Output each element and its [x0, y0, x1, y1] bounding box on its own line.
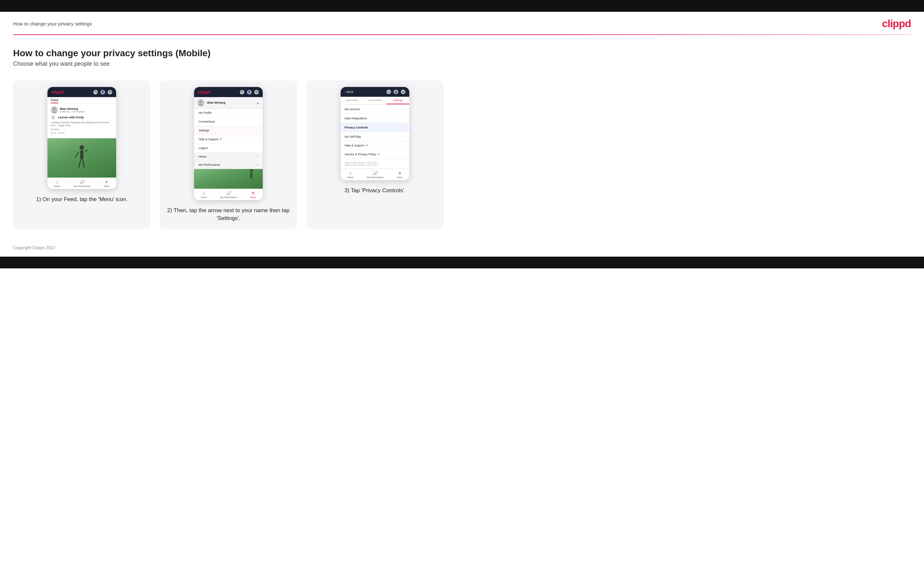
svg-point-9	[198, 104, 204, 106]
phone-3-nav-icons: 🔍 👤 ⚙	[386, 90, 405, 94]
phone-1-nav-icons: 🔍 👤 ⚙	[93, 90, 112, 95]
nav-performance-3[interactable]: 📈 My Performance	[367, 171, 383, 179]
menu-arrow-icon: ▲	[256, 101, 260, 105]
step-1-phone: clippd 🔍 👤 ⚙ Feed	[47, 87, 116, 189]
phone-1-bottom-nav: ⌂ Home 📈 My Performance ≡ Menu	[47, 177, 116, 189]
step-2-caption: 2) Then, tap the arrow next to your name…	[166, 206, 291, 222]
settings-item-privacy[interactable]: Privacy Controls ›	[341, 123, 409, 132]
feed-tab[interactable]: Feed	[47, 97, 116, 104]
nav-menu-3[interactable]: ≡ Menu	[397, 171, 403, 179]
version-gql: GQL Server Version: 2022.7.30-1	[344, 164, 405, 166]
chevron-right-icon: ›	[404, 107, 405, 111]
svg-line-7	[83, 159, 84, 168]
phone-2-logo: clippd	[198, 90, 210, 95]
post-name: Blair McHarg	[60, 107, 85, 111]
person-icon[interactable]: 👤	[100, 90, 105, 95]
phone-2-nav: clippd 🔍 👤 ⚙	[194, 87, 263, 97]
search-icon-2[interactable]: 🔍	[240, 90, 244, 95]
nav-home[interactable]: ⌂ Home	[54, 179, 60, 187]
nav-performance-2[interactable]: 📈 My Performance	[220, 190, 237, 198]
phone-2-bottom-nav: ⌂ Home 📈 My Performance ✕ Menu	[194, 189, 263, 200]
nav-home-label: Home	[54, 185, 60, 187]
step-3-caption: 3) Tap 'Privacy Controls'.	[344, 187, 406, 195]
svg-point-2	[79, 145, 84, 150]
section-home-label: Home	[199, 155, 207, 158]
settings-item-help[interactable]: Help & Support ↗	[341, 141, 409, 150]
lesson-row: 🏌 Lesson with Fordy	[51, 115, 113, 120]
settings-icon-3[interactable]: ⚙	[401, 90, 405, 94]
settings-golf-bag-label: My Golf Bag	[344, 135, 361, 138]
section-item-home[interactable]: Home ▾	[194, 153, 263, 161]
menu-item-connections[interactable]: Connections	[194, 118, 263, 126]
chevron-down-icon-2: ▾	[257, 163, 258, 166]
tab-my-profile[interactable]: My Profile	[341, 97, 363, 104]
steps-container: clippd 🔍 👤 ⚙ Feed	[13, 81, 911, 229]
back-label: Back	[347, 90, 353, 93]
settings-item-integrations[interactable]: Data Integrations ›	[341, 114, 409, 123]
nav-performance[interactable]: 📈 My Performance	[74, 179, 90, 187]
svg-point-8	[199, 100, 202, 103]
step-3-phone: ‹ Back 🔍 👤 ⚙ My Profile Connections Sett…	[341, 87, 409, 180]
settings-item-account[interactable]: My Account ›	[341, 105, 409, 114]
nav-menu-label-3: Menu	[397, 176, 403, 179]
post-header: Blair McHarg Yesterday · Sunningdale	[51, 106, 113, 113]
back-button[interactable]: ‹ Back	[344, 90, 353, 93]
tab-settings[interactable]: Settings	[386, 97, 409, 104]
settings-privacy-label: Privacy Controls	[344, 126, 368, 129]
settings-account-label: My Account	[344, 108, 360, 111]
version-client: Clippd Client Version: 2022.8.3-3	[344, 161, 405, 164]
top-bar	[0, 0, 924, 12]
lesson-title: Lesson with Fordy	[58, 116, 84, 119]
menu-item-help[interactable]: Help & Support ↗	[194, 135, 263, 144]
nav-home-2[interactable]: ⌂ Home	[200, 190, 207, 198]
search-icon[interactable]: 🔍	[93, 90, 98, 95]
menu-item-logout-label: Logout	[199, 147, 208, 150]
svg-line-4	[75, 152, 79, 157]
menu-section: Home ▾ My Performance ▾	[194, 153, 263, 169]
page-title: How to change your privacy settings	[13, 21, 92, 26]
menu-item-profile[interactable]: My Profile	[194, 108, 263, 118]
version-info: Clippd Client Version: 2022.8.3-3 GQL Se…	[341, 159, 409, 169]
settings-list: My Account › Data Integrations › Privacy…	[341, 105, 409, 159]
footer: Copyright Clippd 2022	[0, 235, 924, 256]
menu-user-row[interactable]: Blair McHarg ▲	[194, 97, 263, 108]
nav-menu-label-2: Menu	[250, 196, 256, 198]
nav-performance-label-3: My Performance	[367, 176, 383, 179]
section-performance-label: My Performance	[199, 163, 220, 166]
home-icon-3: ⌂	[349, 171, 352, 176]
nav-menu[interactable]: ≡ Menu	[104, 179, 110, 187]
avatar	[51, 106, 58, 113]
tab-connections[interactable]: Connections	[363, 97, 386, 104]
section-item-performance[interactable]: My Performance ▾	[194, 161, 263, 169]
menu-item-connections-label: Connections	[199, 120, 215, 123]
page-subheading: Choose what you want people to see	[13, 60, 911, 67]
duration: Duration	[51, 128, 113, 131]
settings-integrations-label: Data Integrations	[344, 117, 367, 120]
nav-performance-label: My Performance	[74, 185, 90, 187]
close-icon: ✕	[251, 190, 255, 195]
person-icon-3[interactable]: 👤	[394, 90, 398, 94]
nav-menu-label: Menu	[104, 185, 110, 187]
person-icon-2[interactable]: 👤	[247, 90, 252, 95]
phone-1-logo: clippd	[52, 90, 64, 95]
phone-3-bottom-nav: ⌂ Home 📈 My Performance ≡ Menu	[341, 169, 409, 180]
nav-home-3[interactable]: ⌂ Home	[347, 171, 353, 179]
svg-point-10	[250, 169, 253, 172]
menu-item-settings[interactable]: Settings	[194, 126, 263, 135]
feed-tab-label: Feed	[51, 98, 58, 103]
settings-item-service[interactable]: Service & Privacy Policy ↗	[341, 150, 409, 159]
performance-icon-2: 📈	[226, 190, 231, 195]
header: How to change your privacy settings clip…	[0, 12, 924, 34]
settings-icon[interactable]: ⚙	[108, 90, 112, 95]
settings-icon-2[interactable]: ⚙	[254, 90, 259, 95]
lesson-icon: 🏌	[51, 115, 56, 120]
nav-menu-2[interactable]: ✕ Menu	[250, 190, 256, 198]
menu-item-logout[interactable]: Logout	[194, 144, 263, 153]
settings-service-label: Service & Privacy Policy ↗	[344, 153, 380, 156]
main-content: How to change your privacy settings (Mob…	[0, 35, 924, 235]
bottom-bar	[0, 256, 924, 268]
step-1-card: clippd 🔍 👤 ⚙ Feed	[13, 81, 150, 229]
settings-item-golf-bag[interactable]: My Golf Bag ›	[341, 132, 409, 141]
search-icon-3[interactable]: 🔍	[386, 90, 391, 94]
menu-icon-3: ≡	[399, 171, 401, 176]
